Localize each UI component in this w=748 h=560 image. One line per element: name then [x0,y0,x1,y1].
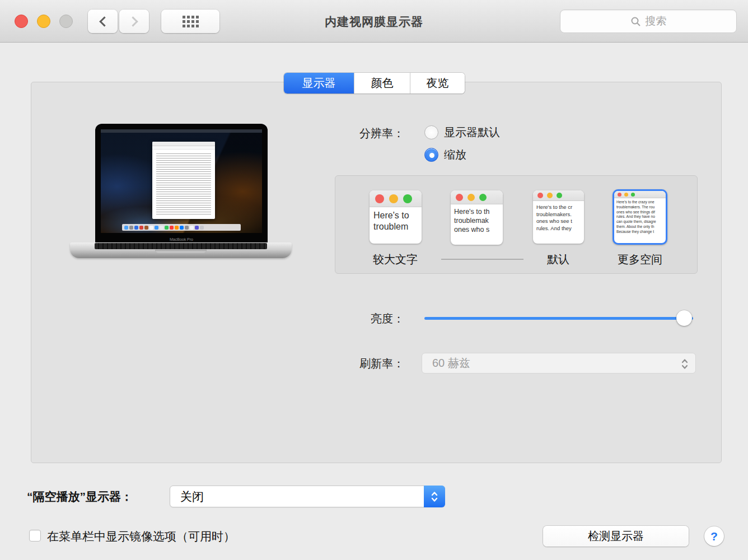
mirroring-checkbox-label[interactable]: 在菜单栏中显示镜像选项（可用时） [47,529,235,544]
scale-label-divider-line [441,259,523,260]
laptop-document-textlines [156,153,211,215]
brightness-slider-track[interactable] [424,317,693,320]
laptop-keyboard [95,243,267,249]
scale-option-default[interactable]: Here's to the cr troublemakers. ones who… [533,190,584,244]
help-button[interactable]: ? [704,526,724,546]
thumb-titlebar [614,191,666,198]
dock-icon [180,226,184,230]
detect-displays-button[interactable]: 检测显示器 [543,526,689,547]
dock-icon [144,226,148,230]
laptop-screen-wallpaper [101,129,262,233]
dock-icon [155,226,158,230]
radio-icon-unselected[interactable] [424,125,438,139]
thumb-titlebar [370,190,422,207]
radio-label: 缩放 [444,147,466,162]
dock-icon [175,226,179,230]
radio-label: 显示器默认 [444,125,500,140]
laptop-document-window [152,142,215,219]
brightness-label: 亮度： [336,311,404,326]
scale-label-default: 默认 [530,252,586,267]
laptop-body [70,242,292,258]
scale-label-more-space: 更多空间 [606,252,674,267]
dock-icon [149,226,153,230]
scale-option-2[interactable]: Here's to th troublemak ones who s [451,190,503,245]
laptop-lid-notch [155,250,207,253]
radio-default-for-display[interactable]: 显示器默认 [424,125,500,139]
search-placeholder: 搜索 [646,14,667,29]
resolution-label: 分辨率： [314,126,404,141]
scale-option-larger-text[interactable]: Here's to troublem [370,190,422,244]
tab-night-shift[interactable]: 夜览 [410,73,465,94]
macbook-illustration: MacBook Pro [70,119,292,259]
thumb-sample-text: Here's to th troublemak ones who s [451,204,503,234]
airplay-display-label: “隔空播放”显示器： [27,489,133,505]
scale-label-larger-text: 较大文字 [362,252,429,267]
laptop-menubar [101,129,262,133]
search-input[interactable]: 搜索 [560,10,737,33]
tab-color[interactable]: 颜色 [354,73,410,94]
dock-icon [190,226,194,230]
tab-bar: 显示器 颜色 夜览 [284,73,465,94]
laptop-caption: MacBook Pro [95,237,268,241]
thumb-sample-text: Here's to the crazy one troublemakers. T… [614,198,666,235]
popup-chevrons-icon [431,490,438,503]
dock-icon [160,226,163,230]
dock-icon [134,226,138,230]
dock-icon [200,226,204,230]
tab-displays[interactable]: 显示器 [284,73,354,94]
mirroring-checkbox[interactable] [29,530,41,542]
popup-chevrons-icon [681,358,689,370]
dock-icon [139,226,143,230]
airplay-display-value: 关闭 [170,486,445,507]
radio-scaled[interactable]: 缩放 [424,147,466,162]
thumb-titlebar [451,190,503,204]
laptop-bezel: MacBook Pro [95,124,268,243]
dock-icon [129,226,133,230]
refresh-rate-label: 刷新率： [330,356,404,371]
refresh-rate-popup: 60 赫兹 [422,353,696,374]
dock [122,224,241,231]
search-icon [630,16,641,27]
dock-icon [124,226,128,230]
thumb-sample-text: Here's to troublem [370,207,422,232]
refresh-rate-value: 60 赫兹 [422,356,470,371]
dock-icon [185,226,189,230]
popup-blue-cap[interactable] [424,486,445,507]
brightness-slider-knob[interactable] [676,310,692,326]
thumb-sample-text: Here's to the cr troublemakers. ones who… [533,201,584,232]
dock-icon [170,226,174,230]
airplay-display-popup[interactable]: 关闭 [170,486,445,507]
titlebar: 内建视网膜显示器 搜索 [0,0,748,43]
scale-option-more-space-selected[interactable]: Here's to the crazy one troublemakers. T… [613,189,667,245]
dock-icon [195,226,199,230]
thumb-titlebar [533,190,584,201]
radio-icon-selected[interactable] [424,148,438,162]
dock-icon [165,226,169,230]
